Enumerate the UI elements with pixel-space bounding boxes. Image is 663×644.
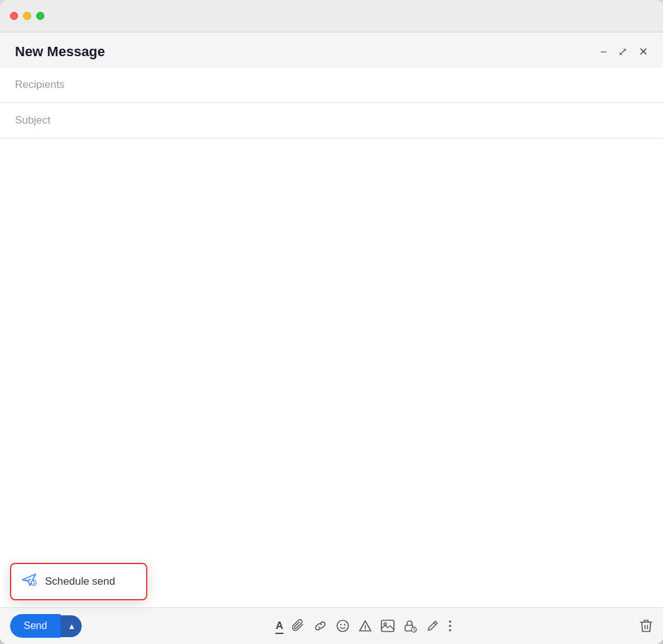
toolbar-right bbox=[639, 618, 653, 633]
svg-point-13 bbox=[449, 629, 451, 632]
attach-icon[interactable] bbox=[292, 619, 305, 633]
send-chevron-button[interactable]: ▲ bbox=[61, 615, 82, 637]
minimize-icon[interactable]: − bbox=[600, 46, 607, 57]
image-icon[interactable] bbox=[381, 620, 395, 632]
titlebar bbox=[0, 0, 663, 32]
traffic-lights bbox=[10, 12, 44, 20]
more-options-icon[interactable] bbox=[448, 619, 452, 633]
left-actions: Schedule send Send ▲ bbox=[10, 614, 82, 638]
window-title: New Message bbox=[15, 44, 105, 60]
expand-icon[interactable]: ⤢ bbox=[618, 46, 627, 57]
svg-point-5 bbox=[365, 629, 366, 630]
subject-row[interactable]: Subject bbox=[0, 103, 663, 139]
close-icon[interactable]: ✕ bbox=[639, 46, 648, 57]
schedule-send-icon bbox=[21, 573, 37, 590]
svg-point-12 bbox=[449, 625, 451, 627]
pen-icon[interactable] bbox=[426, 619, 440, 633]
window-header: New Message − ⤢ ✕ bbox=[0, 32, 663, 67]
emoji-icon[interactable] bbox=[336, 619, 350, 633]
svg-point-2 bbox=[340, 624, 341, 625]
minimize-button[interactable] bbox=[23, 12, 31, 20]
message-body[interactable] bbox=[0, 139, 663, 607]
subject-placeholder: Subject bbox=[15, 114, 51, 126]
recipients-placeholder: Recipients bbox=[15, 79, 64, 90]
link-icon[interactable] bbox=[313, 619, 327, 633]
schedule-send-label: Schedule send bbox=[45, 575, 115, 588]
delete-icon[interactable] bbox=[639, 618, 653, 633]
warning-triangle-icon[interactable] bbox=[358, 619, 372, 633]
header-controls: − ⤢ ✕ bbox=[600, 46, 648, 57]
close-button[interactable] bbox=[10, 12, 18, 20]
maximize-button[interactable] bbox=[36, 12, 44, 20]
recipients-row[interactable]: Recipients bbox=[0, 67, 663, 103]
bottom-bar: Schedule send Send ▲ A bbox=[0, 607, 663, 644]
compose-body: Recipients Subject bbox=[0, 67, 663, 607]
schedule-popup[interactable]: Schedule send bbox=[10, 563, 147, 600]
send-button-group: Send ▲ bbox=[10, 614, 82, 638]
svg-point-3 bbox=[344, 624, 345, 625]
svg-rect-6 bbox=[381, 620, 394, 632]
compose-window: New Message − ⤢ ✕ Recipients Subject bbox=[0, 0, 663, 644]
format-text-icon[interactable]: A bbox=[275, 620, 283, 632]
svg-point-11 bbox=[449, 620, 451, 623]
svg-point-1 bbox=[337, 620, 348, 632]
svg-line-10 bbox=[434, 623, 436, 625]
send-button[interactable]: Send bbox=[10, 614, 61, 638]
toolbar-icons: A bbox=[275, 619, 451, 633]
lock-clock-icon[interactable] bbox=[403, 619, 417, 633]
